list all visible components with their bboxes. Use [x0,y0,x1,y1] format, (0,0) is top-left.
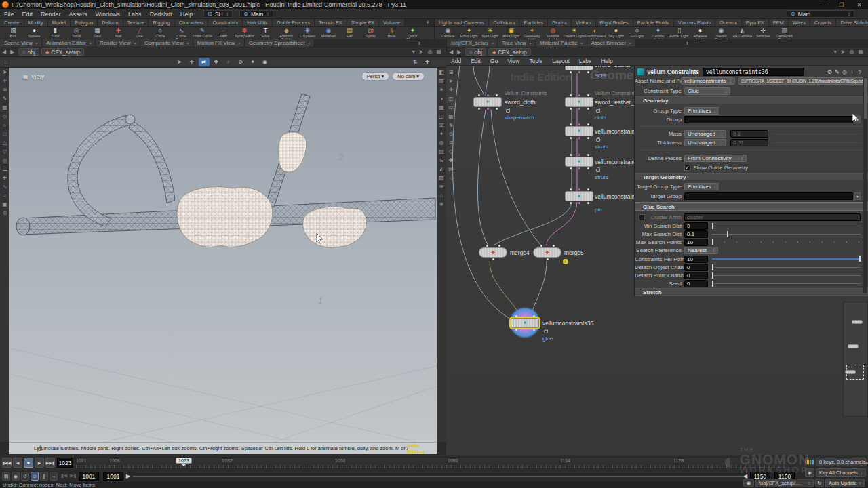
close-tab-icon[interactable]: ▪ [187,41,189,45]
viewport-toolbar-right-icon[interactable]: ⇅ [410,58,420,66]
add-shelf-tab-button[interactable]: + [422,19,434,26]
pane-tab[interactable]: Animation Editor▪ [42,39,96,47]
constraints-per-point-field[interactable]: 10 [684,256,708,263]
pane-tab[interactable]: Scene View▪ [0,39,42,47]
display-option-icon[interactable]: ◍ [439,138,444,147]
window-control-button[interactable]: ✕ [850,2,868,8]
range-handle-left[interactable]: ▶ [126,473,130,479]
network-tool-icon[interactable]: ⊞ [449,68,454,77]
shelf-tool[interactable]: ▯ Portal Light [669,28,690,39]
shelf-tab[interactable]: Constraints [208,19,243,26]
viewport-canvas[interactable]: 2 1 ▦ View Persp ▾ No cam ▾ [9,68,437,442]
shelf-tool[interactable]: ✦ Caustic Light [648,28,669,39]
tool-icon[interactable]: ▣ [2,200,7,209]
menu-item[interactable]: Labs [124,11,146,18]
tool-icon[interactable]: ⊙ [3,209,7,218]
path-bar-icon[interactable]: ▾ [410,49,417,55]
viewport-tool-icon[interactable]: ⊘ [235,58,246,66]
shelf-tab[interactable]: Particles [519,19,548,26]
shelf-tab[interactable]: Oceans [715,19,742,26]
tool-icon[interactable]: ➤ [3,68,7,77]
main-selector-right[interactable]: ⊕ Main↕ [787,10,854,18]
shelf-tool[interactable]: ☀ Spot Light [479,28,500,39]
key-icon[interactable]: ◈ [805,468,814,477]
display-option-icon[interactable]: ☀ [439,85,443,94]
display-option-icon[interactable]: ◑ [440,94,443,103]
camera-selector[interactable]: No cam ▾ [392,72,425,81]
panel-header-icon[interactable]: ? [856,69,863,75]
desktop-selector[interactable]: ⊞ SH↕ [203,10,233,18]
toolbar-grip-icon[interactable]: ⠿ [4,59,9,66]
pane-tab[interactable]: Asset Browser▪ [587,39,636,47]
shelf-tool[interactable]: ● Sky Light [606,28,627,39]
shelf-tab[interactable]: Wires [789,19,810,26]
audio-toggle-icon[interactable]: ◉ [12,472,20,481]
window-control-button[interactable]: ❐ [833,2,850,8]
shelf-tab[interactable]: Guide Process [273,19,315,26]
menu-item[interactable]: Help [176,11,197,18]
shelf-tab[interactable]: Particle Fluids [633,19,674,26]
tool-icon[interactable]: ▦ [2,103,7,112]
shelf-tab[interactable]: Lights and Cameras [435,19,489,26]
add-pane-tab-button[interactable]: + [682,39,694,47]
display-option-icon[interactable]: ⊞ [439,121,444,129]
define-pieces-select[interactable]: From Connectivity↕ [684,155,747,162]
show-guide-checkbox[interactable]: ✓ [684,165,690,171]
network-tool-icon[interactable]: ○ [450,174,453,182]
network-overview-panel[interactable] [843,302,868,417]
menu-item[interactable]: Edit [18,11,37,18]
detach-point-chance-slider[interactable] [712,275,861,276]
shelf-tab[interactable]: Characters [175,19,209,26]
jump-end-button[interactable]: ▶▶▮ [45,458,55,468]
display-option-icon[interactable]: ◧ [439,68,444,77]
menu-item[interactable]: File [0,11,18,18]
tool-icon[interactable]: △ [3,138,7,147]
close-tab-icon[interactable]: ▪ [581,41,583,45]
tool-icon[interactable]: ✛ [3,77,7,85]
close-tab-icon[interactable]: ▪ [239,41,240,45]
viewport-tool-icon[interactable]: ✦ [248,58,258,66]
display-option-icon[interactable]: ≋ [439,182,444,191]
close-tab-icon[interactable]: ▪ [530,41,531,45]
shelf-tool[interactable]: ✽ Spray Paint [234,28,255,39]
breadcrumb-root[interactable]: ⌂obj [465,48,486,56]
loop-toggle-icon[interactable]: ↺ [21,472,29,481]
shelf-tool[interactable]: ○ GI Light [627,28,648,39]
max-search-points-slider[interactable] [712,241,861,243]
tool-icon[interactable]: ☰ [2,165,7,174]
target-group-field[interactable] [684,192,853,200]
shelf-tool[interactable]: ∿ Curve Bezier [171,28,192,39]
shelf-tool[interactable]: ◉ Camera [437,28,458,39]
shelf-tool[interactable]: ▤ File [339,28,360,39]
add-shelf-tab-button[interactable]: + [855,19,867,26]
group-type-select[interactable]: Primitives↕ [684,107,719,115]
min-search-dist-slider[interactable] [712,226,861,226]
back-icon[interactable]: ◀ [0,49,8,55]
shelf-tab[interactable]: Simple FX [347,19,380,26]
close-tab-icon[interactable]: ▪ [36,41,37,45]
tool-icon[interactable]: ○ [3,121,7,129]
shelf-tool[interactable]: ✦ Geometry Light [521,28,542,39]
shelf-tool[interactable]: ❋ L-System [297,28,318,39]
network-tool-icon[interactable]: ✛ [449,85,454,94]
viewport-tool-icon[interactable]: ◉ [260,58,271,66]
window-control-button[interactable]: ─ [815,2,833,8]
shelf-tool[interactable]: ◭ VR Camera [732,28,753,39]
max-search-points-field[interactable]: 10 [684,239,708,246]
path-bar-icon[interactable]: ▾ [832,49,839,55]
close-tab-icon[interactable]: ▪ [629,41,631,45]
update-mode-dropdown[interactable]: Auto Update↕ [825,479,865,487]
shelf-tool[interactable]: ▥ Gamepad Camera [774,28,795,39]
asset-name-select[interactable]: vellumconstraints↕ [681,77,735,85]
display-option-icon[interactable]: ▧ [439,174,444,182]
network-tool-icon[interactable]: ◇ [449,147,453,156]
seed-slider[interactable] [712,283,861,284]
network-tool-icon[interactable]: ↯ [449,121,454,129]
node-name-field[interactable]: vellumconstraints36 [703,68,804,76]
menu-item[interactable]: Assets [65,11,92,18]
add-pane-tab-button[interactable]: + [414,39,426,47]
shelf-tool[interactable]: ● Sphere [24,28,45,39]
shelf-tool[interactable]: ◉ Metaball [318,28,339,39]
shelf-tab[interactable]: Pyro FX [742,19,769,26]
pane-tab[interactable]: Material Palette▪ [536,39,587,47]
